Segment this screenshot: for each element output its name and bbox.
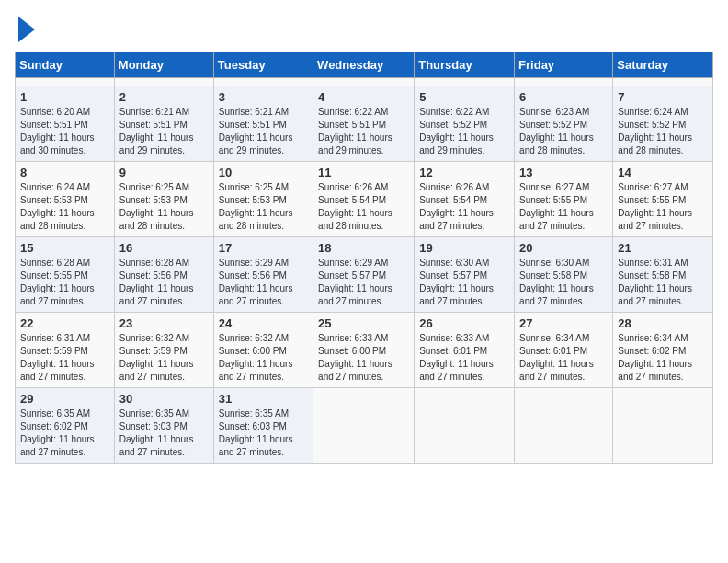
calendar-cell: 6Sunrise: 6:23 AM Sunset: 5:52 PM Daylig… (515, 86, 613, 162)
day-info: Sunrise: 6:34 AM Sunset: 6:01 PM Dayligh… (519, 332, 608, 384)
day-info: Sunrise: 6:22 AM Sunset: 5:51 PM Dayligh… (318, 106, 409, 157)
calendar-week-3: 15Sunrise: 6:28 AM Sunset: 5:55 PM Dayli… (16, 237, 713, 313)
day-info: Sunrise: 6:26 AM Sunset: 5:54 PM Dayligh… (318, 181, 409, 233)
calendar-cell: 21Sunrise: 6:31 AM Sunset: 5:58 PM Dayli… (613, 237, 713, 313)
calendar-cell: 18Sunrise: 6:29 AM Sunset: 5:57 PM Dayli… (313, 237, 415, 313)
day-number: 4 (318, 90, 409, 104)
calendar-cell: 31Sunrise: 6:35 AM Sunset: 6:03 PM Dayli… (213, 388, 313, 464)
day-number: 23 (119, 316, 209, 330)
calendar-cell (213, 78, 313, 86)
day-number: 30 (119, 392, 209, 406)
calendar-cell: 23Sunrise: 6:32 AM Sunset: 5:59 PM Dayli… (114, 313, 213, 388)
header-day-friday: Friday (515, 52, 613, 78)
day-info: Sunrise: 6:35 AM Sunset: 6:02 PM Dayligh… (20, 408, 109, 459)
day-info: Sunrise: 6:32 AM Sunset: 5:59 PM Dayligh… (119, 332, 209, 384)
calendar-cell: 25Sunrise: 6:33 AM Sunset: 6:00 PM Dayli… (313, 313, 415, 388)
day-number: 28 (618, 316, 708, 330)
day-info: Sunrise: 6:31 AM Sunset: 5:59 PM Dayligh… (20, 332, 109, 384)
day-number: 22 (20, 316, 109, 330)
calendar-cell: 22Sunrise: 6:31 AM Sunset: 5:59 PM Dayli… (16, 313, 115, 388)
calendar-cell (16, 78, 115, 86)
day-number: 14 (618, 166, 708, 179)
day-number: 6 (519, 90, 608, 104)
day-number: 3 (219, 90, 308, 104)
day-info: Sunrise: 6:30 AM Sunset: 5:58 PM Dayligh… (519, 257, 608, 308)
day-number: 2 (119, 90, 209, 104)
day-info: Sunrise: 6:29 AM Sunset: 5:57 PM Dayligh… (318, 257, 409, 308)
day-info: Sunrise: 6:26 AM Sunset: 5:54 PM Dayligh… (419, 181, 509, 233)
calendar-cell (415, 388, 515, 464)
calendar-week-0 (16, 78, 713, 86)
day-number: 7 (618, 90, 708, 104)
calendar-cell (613, 78, 713, 86)
calendar-cell (313, 78, 415, 86)
day-info: Sunrise: 6:20 AM Sunset: 5:51 PM Dayligh… (20, 106, 109, 157)
day-info: Sunrise: 6:22 AM Sunset: 5:52 PM Dayligh… (419, 106, 509, 157)
day-info: Sunrise: 6:21 AM Sunset: 5:51 PM Dayligh… (219, 106, 308, 157)
calendar-cell: 24Sunrise: 6:32 AM Sunset: 6:00 PM Dayli… (213, 313, 313, 388)
calendar-cell: 15Sunrise: 6:28 AM Sunset: 5:55 PM Dayli… (16, 237, 115, 313)
day-info: Sunrise: 6:31 AM Sunset: 5:58 PM Dayligh… (618, 257, 708, 308)
calendar-cell: 16Sunrise: 6:28 AM Sunset: 5:56 PM Dayli… (114, 237, 213, 313)
day-info: Sunrise: 6:23 AM Sunset: 5:52 PM Dayligh… (519, 106, 608, 157)
day-info: Sunrise: 6:35 AM Sunset: 6:03 PM Dayligh… (119, 408, 209, 459)
day-number: 13 (519, 166, 608, 179)
calendar-cell: 7Sunrise: 6:24 AM Sunset: 5:52 PM Daylig… (613, 86, 713, 162)
day-number: 11 (318, 166, 409, 179)
day-number: 27 (519, 316, 608, 330)
calendar-cell: 29Sunrise: 6:35 AM Sunset: 6:02 PM Dayli… (16, 388, 115, 464)
day-number: 20 (519, 241, 608, 255)
day-number: 26 (419, 316, 509, 330)
day-info: Sunrise: 6:25 AM Sunset: 5:53 PM Dayligh… (119, 181, 209, 233)
calendar-cell: 9Sunrise: 6:25 AM Sunset: 5:53 PM Daylig… (114, 162, 213, 237)
calendar-cell (613, 388, 713, 464)
calendar-cell: 14Sunrise: 6:27 AM Sunset: 5:55 PM Dayli… (613, 162, 713, 237)
logo (15, 15, 35, 42)
day-info: Sunrise: 6:24 AM Sunset: 5:53 PM Dayligh… (20, 181, 109, 233)
calendar-cell: 20Sunrise: 6:30 AM Sunset: 5:58 PM Dayli… (515, 237, 613, 313)
day-number: 21 (618, 241, 708, 255)
calendar-cell: 5Sunrise: 6:22 AM Sunset: 5:52 PM Daylig… (415, 86, 515, 162)
header-day-monday: Monday (114, 52, 213, 78)
day-number: 24 (219, 316, 308, 330)
day-number: 9 (119, 166, 209, 179)
calendar-cell (415, 78, 515, 86)
header-day-sunday: Sunday (16, 52, 115, 78)
calendar-cell (313, 388, 415, 464)
calendar-table: SundayMondayTuesdayWednesdayThursdayFrid… (15, 52, 713, 464)
calendar-week-5: 29Sunrise: 6:35 AM Sunset: 6:02 PM Dayli… (16, 388, 713, 464)
calendar-week-1: 1Sunrise: 6:20 AM Sunset: 5:51 PM Daylig… (16, 86, 713, 162)
calendar-cell: 1Sunrise: 6:20 AM Sunset: 5:51 PM Daylig… (16, 86, 115, 162)
day-number: 1 (20, 90, 109, 104)
day-info: Sunrise: 6:24 AM Sunset: 5:52 PM Dayligh… (618, 106, 708, 157)
calendar-cell: 13Sunrise: 6:27 AM Sunset: 5:55 PM Dayli… (515, 162, 613, 237)
day-number: 16 (119, 241, 209, 255)
calendar-cell: 27Sunrise: 6:34 AM Sunset: 6:01 PM Dayli… (515, 313, 613, 388)
day-number: 15 (20, 241, 109, 255)
calendar-cell: 2Sunrise: 6:21 AM Sunset: 5:51 PM Daylig… (114, 86, 213, 162)
day-number: 31 (219, 392, 308, 406)
day-info: Sunrise: 6:28 AM Sunset: 5:55 PM Dayligh… (20, 257, 109, 308)
header-day-saturday: Saturday (613, 52, 713, 78)
calendar-cell: 4Sunrise: 6:22 AM Sunset: 5:51 PM Daylig… (313, 86, 415, 162)
calendar-cell: 28Sunrise: 6:34 AM Sunset: 6:02 PM Dayli… (613, 313, 713, 388)
day-info: Sunrise: 6:27 AM Sunset: 5:55 PM Dayligh… (519, 181, 608, 233)
calendar-cell (515, 388, 613, 464)
calendar-cell: 17Sunrise: 6:29 AM Sunset: 5:56 PM Dayli… (213, 237, 313, 313)
day-info: Sunrise: 6:33 AM Sunset: 6:01 PM Dayligh… (419, 332, 509, 384)
day-number: 18 (318, 241, 409, 255)
calendar-cell: 3Sunrise: 6:21 AM Sunset: 5:51 PM Daylig… (213, 86, 313, 162)
day-info: Sunrise: 6:32 AM Sunset: 6:00 PM Dayligh… (219, 332, 308, 384)
logo-arrow-icon (18, 17, 35, 42)
calendar-week-2: 8Sunrise: 6:24 AM Sunset: 5:53 PM Daylig… (16, 162, 713, 237)
day-number: 10 (219, 166, 308, 179)
calendar-cell: 26Sunrise: 6:33 AM Sunset: 6:01 PM Dayli… (415, 313, 515, 388)
day-number: 19 (419, 241, 509, 255)
day-number: 29 (20, 392, 109, 406)
calendar-cell: 10Sunrise: 6:25 AM Sunset: 5:53 PM Dayli… (213, 162, 313, 237)
day-number: 17 (219, 241, 308, 255)
day-number: 5 (419, 90, 509, 104)
day-number: 25 (318, 316, 409, 330)
day-info: Sunrise: 6:30 AM Sunset: 5:57 PM Dayligh… (419, 257, 509, 308)
day-info: Sunrise: 6:21 AM Sunset: 5:51 PM Dayligh… (119, 106, 209, 157)
